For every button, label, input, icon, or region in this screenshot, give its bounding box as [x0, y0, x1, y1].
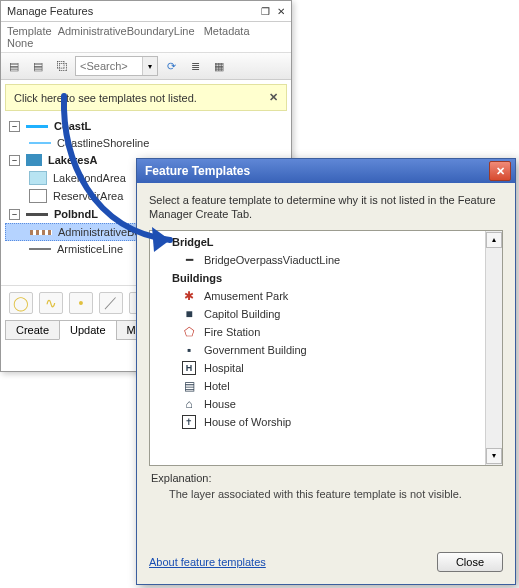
- ft-footer: About feature templates Close: [137, 544, 515, 584]
- toolbar-list-icon[interactable]: ≣: [184, 55, 206, 77]
- item-label: CoastlineShoreline: [57, 137, 149, 149]
- ft-titlebar: Feature Templates ✕: [137, 159, 515, 183]
- ft-item-label: Government Building: [204, 344, 307, 356]
- subtitle-template-label: Template: [7, 25, 52, 37]
- banner-text: Click here to see templates not listed.: [14, 92, 269, 104]
- ft-instruction: Select a feature template to determine w…: [149, 193, 503, 222]
- ft-item-govbuilding[interactable]: ▪Government Building: [150, 341, 485, 359]
- ft-group-bridgel: BridgeL: [150, 233, 485, 251]
- square-icon: ■: [182, 307, 196, 321]
- close-icon[interactable]: ✕: [277, 6, 285, 17]
- toolbar-open-icon[interactable]: ▤: [27, 55, 49, 77]
- scroll-up-icon[interactable]: ▴: [486, 232, 502, 248]
- explanation-text: The layer associated with this feature t…: [151, 484, 501, 500]
- ft-item-worship[interactable]: ✝House of Worship: [150, 413, 485, 431]
- group-coastl[interactable]: –CoastL: [1, 117, 291, 135]
- swatch-icon: [29, 142, 51, 144]
- ft-list: BridgeL ━BridgeOverpassViaductLine Build…: [150, 231, 485, 465]
- templates-not-listed-banner[interactable]: Click here to see templates not listed. …: [5, 84, 287, 111]
- item-label: LakePondArea: [53, 172, 126, 184]
- coastl-swatch-icon: [26, 125, 48, 128]
- ft-item-label: Hospital: [204, 362, 244, 374]
- ft-list-wrap: BridgeL ━BridgeOverpassViaductLine Build…: [149, 230, 503, 466]
- line-icon: ━: [182, 253, 196, 267]
- group-label: CoastL: [54, 120, 91, 132]
- group-label: LakeresA: [48, 154, 98, 166]
- mf-toolbar: ▤ ▤ ⿻ ▾ ⟳ ≣ ▦: [1, 52, 291, 80]
- tab-create[interactable]: Create: [5, 320, 60, 340]
- swatch-icon: [30, 230, 52, 235]
- pentagon-icon: ⬠: [182, 325, 196, 339]
- ft-item-label: Hotel: [204, 380, 230, 392]
- ft-item-hospital[interactable]: HHospital: [150, 359, 485, 377]
- collapse-icon[interactable]: –: [9, 209, 20, 220]
- subtitle-meta-value: None: [7, 37, 33, 49]
- shape-point-icon[interactable]: •: [69, 292, 93, 314]
- subtitle-meta-label: Metadata: [204, 25, 250, 37]
- dialog-close-button[interactable]: ✕: [489, 161, 511, 181]
- mf-subtitle: TemplateAdministrativeBoundaryLine Metad…: [1, 22, 291, 52]
- ft-item-label: BridgeOverpassViaductLine: [204, 254, 340, 266]
- swatch-icon: [29, 171, 47, 185]
- group-label: PolbndL: [54, 208, 98, 220]
- toolbar-grid-icon[interactable]: ▦: [208, 55, 230, 77]
- ft-explanation: Explanation: The layer associated with t…: [149, 466, 503, 502]
- search-dropdown-icon[interactable]: ▾: [142, 57, 157, 75]
- house-icon: ⌂: [182, 397, 196, 411]
- shape-ellipse-icon[interactable]: ◯: [9, 292, 33, 314]
- mf-title: Manage Features: [7, 5, 257, 17]
- ft-item-hotel[interactable]: ▤Hotel: [150, 377, 485, 395]
- ft-group-buildings: Buildings: [150, 269, 485, 287]
- search-input[interactable]: [76, 60, 142, 72]
- scroll-down-icon[interactable]: ▾: [486, 448, 502, 464]
- item-label: ReservoirArea: [53, 190, 123, 202]
- collapse-icon[interactable]: –: [9, 121, 20, 132]
- item-label: ArmisticeLine: [57, 243, 123, 255]
- banner-close-icon[interactable]: ✕: [269, 91, 278, 104]
- tab-update[interactable]: Update: [59, 320, 116, 340]
- about-templates-link[interactable]: About feature templates: [149, 556, 437, 568]
- ft-scrollbar[interactable]: ▴ ▾: [485, 231, 502, 465]
- hotel-icon: ▤: [182, 379, 196, 393]
- swatch-icon: [29, 189, 47, 203]
- subtitle-template-value: AdministrativeBoundaryLine: [58, 25, 195, 37]
- toolbar-copy-icon[interactable]: ⿻: [51, 55, 73, 77]
- ferris-wheel-icon: ✱: [182, 289, 196, 303]
- toolbar-new-icon[interactable]: ▤: [3, 55, 25, 77]
- worship-icon: ✝: [182, 415, 196, 429]
- ft-item-label: Amusement Park: [204, 290, 288, 302]
- ft-item-firestation[interactable]: ⬠Fire Station: [150, 323, 485, 341]
- ft-title: Feature Templates: [145, 164, 489, 178]
- ft-item-bridgeoverpass[interactable]: ━BridgeOverpassViaductLine: [150, 251, 485, 269]
- explanation-label: Explanation:: [151, 472, 501, 484]
- shape-line-icon[interactable]: ／: [99, 292, 123, 314]
- ft-item-label: House of Worship: [204, 416, 291, 428]
- ft-item-label: Capitol Building: [204, 308, 280, 320]
- feature-templates-dialog: Feature Templates ✕ Select a feature tem…: [136, 158, 516, 585]
- ft-item-amusement[interactable]: ✱Amusement Park: [150, 287, 485, 305]
- lakes-swatch-icon: [26, 154, 42, 166]
- collapse-icon[interactable]: –: [9, 155, 20, 166]
- ft-item-label: House: [204, 398, 236, 410]
- toolbar-refresh-icon[interactable]: ⟳: [160, 55, 182, 77]
- item-coastlineshoreline[interactable]: CoastlineShoreline: [1, 135, 291, 151]
- ft-body: Select a feature template to determine w…: [137, 183, 515, 544]
- hospital-icon: H: [182, 361, 196, 375]
- swatch-icon: [29, 248, 51, 250]
- shape-curve-icon[interactable]: ∿: [39, 292, 63, 314]
- restore-icon[interactable]: ❐: [261, 6, 270, 17]
- polbnd-swatch-icon: [26, 213, 48, 216]
- ft-item-house[interactable]: ⌂House: [150, 395, 485, 413]
- ft-item-label: Fire Station: [204, 326, 260, 338]
- search-box: ▾: [75, 56, 158, 76]
- square-icon: ▪: [182, 343, 196, 357]
- mf-titlebar: Manage Features ❐ ✕: [1, 1, 291, 22]
- close-button[interactable]: Close: [437, 552, 503, 572]
- ft-item-capitol[interactable]: ■Capitol Building: [150, 305, 485, 323]
